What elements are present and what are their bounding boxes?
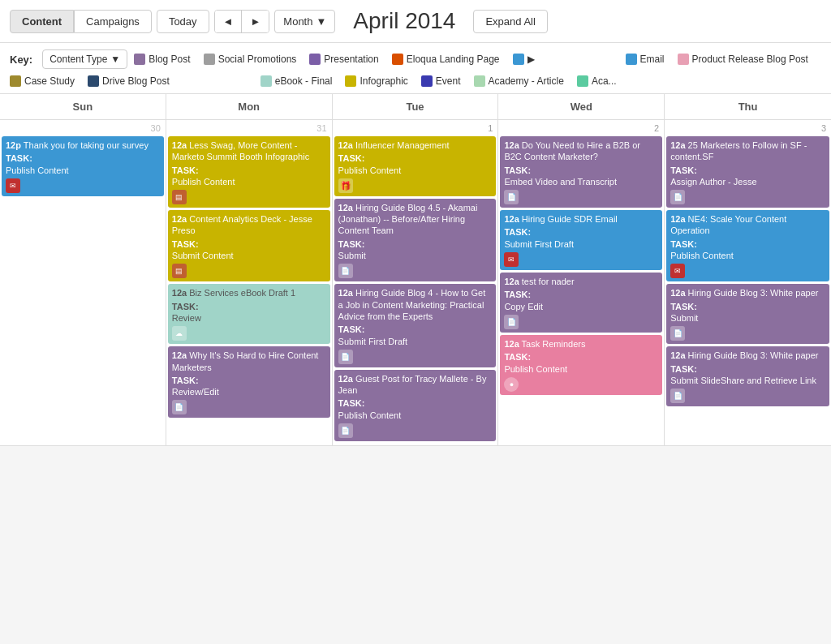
key-dropdown-icon: ▼ [110,54,120,65]
day-num-30: 30 [2,122,164,135]
task-label: TASK: [338,324,493,335]
icon-row: ● [504,377,658,392]
academy-label: Academy - Article [489,75,564,87]
product-label: Product Release Blog Post [692,54,808,65]
drive-swatch [88,75,99,87]
event-25-marketers[interactable]: 12a 25 Marketers to Follow in SF - conte… [666,136,829,208]
key-dropdown[interactable]: Content Type ▼ [42,49,127,69]
cell-31: 31 12a Less Swag, More Content - Marketo… [166,120,333,446]
key-item-product: Product Release Blog Post [678,54,808,65]
preso-icon: ▤ [172,264,187,278]
icon-row: 📄 [670,389,825,403]
icon-row: 📄 [504,315,658,329]
event-survey[interactable]: 12p Thank you for taking our survey TASK… [2,136,164,196]
doc-icon: 📄 [338,350,353,364]
event-label: Event [436,75,461,87]
preso-icon: ▤ [172,190,187,204]
event-ne4[interactable]: 12a NE4: Scale Your Content Operation TA… [666,210,829,281]
more-swatch [513,54,524,65]
task-label: TASK: [670,363,825,375]
event-time: 12a [172,288,187,298]
email-swatch [626,54,637,65]
doc-icon: 📄 [504,190,519,204]
event-nader[interactable]: 12a test for nader TASK: Copy Edit 📄 [500,273,662,333]
event-swag[interactable]: 12a Less Swag, More Content - Marketo Su… [168,136,330,208]
icon-row: 📄 [172,400,326,414]
event-time: 12a [504,339,519,349]
task-label: TASK: [6,152,160,164]
infographic-label: Infographic [360,75,407,87]
event-hiring-guide-4[interactable]: 12a Hiring Guide Blog 4 - How to Get a J… [334,284,497,367]
task-value: Submit First Draft [338,336,493,347]
task-label: TASK: [504,165,658,176]
content-campaigns-toggle: Content Campaigns [10,10,152,33]
eloqua-swatch [392,54,403,65]
email-icon: ✉ [504,252,519,267]
event-time: 12a [338,203,353,213]
doc-icon: 📄 [338,264,353,278]
calendar: Sun Mon Tue Wed Thu 30 12p Thank you for… [0,94,831,446]
more-label: ▶ [527,54,535,65]
icon-row: 📄 [670,190,825,204]
aca-swatch [577,75,588,87]
event-time: 12a [670,140,685,150]
blog-swatch [134,54,145,65]
event-time: 12a [670,214,685,224]
event-hiring-guide-45[interactable]: 12a Hiring Guide Blog 4.5 - Akamai (Jona… [334,199,497,281]
event-hire[interactable]: 12a Why It's So Hard to Hire Content Mar… [168,346,330,418]
presentation-label: Presentation [324,54,378,65]
email-icon: ✉ [670,264,685,278]
task-label: TASK: [172,238,326,250]
event-influencer[interactable]: 12a Influencer Management TASK: Publish … [334,136,497,196]
task-value: Publish Content [670,250,825,261]
event-task-reminders[interactable]: 12a Task Reminders TASK: Publish Content… [500,335,662,395]
icon-row: ✉ [6,178,160,193]
event-time: 12a [338,374,353,384]
event-time: 12p [6,140,21,150]
aca-label: Aca... [592,75,617,87]
calendar-grid: 30 12p Thank you for taking our survey T… [0,120,831,446]
event-hiring-guide-3a[interactable]: 12a Hiring Guide Blog 3: White paper TAS… [666,284,829,344]
event-guest-post[interactable]: 12a Guest Post for Tracy Mallete - By Je… [334,370,497,441]
today-button[interactable]: Today [157,10,209,33]
month-select[interactable]: Month ▼ [274,10,335,33]
next-button[interactable]: ► [242,11,269,32]
campaigns-button[interactable]: Campaigns [74,10,152,33]
event-time: 12a [338,288,353,298]
social-label: Social Promotions [218,54,297,65]
task-label: TASK: [338,397,493,409]
event-hiring-guide-3b[interactable]: 12a Hiring Guide Blog 3: White paper TAS… [666,346,829,406]
key-item-infographic: Infographic [345,75,407,87]
dropdown-icon: ▼ [316,15,326,28]
event-time: 12a [504,140,519,150]
key-item-ebook: eBook - Final [260,75,333,87]
task-value: Publish Content [338,410,493,421]
key-item-blog: Blog Post [134,54,190,65]
icon-row: 📄 [504,190,658,204]
task-value: Embed Video and Transcript [504,176,658,187]
event-analytics[interactable]: 12a Content Analytics Deck - Jesse Preso… [168,210,330,281]
task-label: TASK: [504,226,658,238]
task-value: Review/Edit [172,386,326,397]
key-item-aca: Aca... [577,75,617,87]
task-value: Submit [670,312,825,324]
content-button[interactable]: Content [10,10,74,33]
task-label: TASK: [504,289,658,300]
drive-label: Drive Blog Post [102,75,170,87]
event-sdr-email[interactable]: 12a Hiring Guide SDR Email TASK: Submit … [500,210,662,270]
key-label: Key: [10,54,32,66]
event-ebook[interactable]: 12a Biz Services eBook Draft 1 TASK: Rev… [168,284,330,344]
icon-row: 🎁 [338,178,493,193]
expand-all-button[interactable]: Expand All [473,10,547,33]
task-value: Copy Edit [504,301,658,312]
cell-1: 1 12a Influencer Management TASK: Publis… [333,120,499,446]
presentation-swatch [309,54,321,65]
event-time: 12a [504,277,519,286]
ebook-swatch [260,75,272,87]
key-dropdown-label: Content Type [50,54,107,65]
task-value: Publish Content [504,363,658,375]
prev-button[interactable]: ◄ [215,11,243,32]
cell-3: 3 12a 25 Marketers to Follow in SF - con… [665,120,831,446]
event-b2b-b2c[interactable]: 12a Do You Need to Hire a B2B or B2C Con… [500,136,662,208]
cell-2: 2 12a Do You Need to Hire a B2B or B2C C… [498,120,665,446]
